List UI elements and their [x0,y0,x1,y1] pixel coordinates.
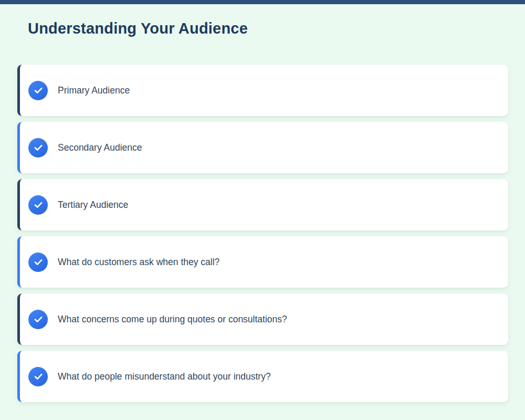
checklist-item[interactable]: Primary Audience [17,65,508,116]
check-icon[interactable] [28,367,48,386]
check-icon[interactable] [28,81,48,100]
checklist-item[interactable]: What do customers ask when they call? [17,236,508,288]
checklist-item-label: Tertiary Audience [58,200,128,211]
checklist-item[interactable]: What do people misunderstand about your … [17,351,508,402]
checklist-item-label: What do customers ask when they call? [58,257,219,268]
checklist: Primary Audience Secondary Audience Tert… [17,65,508,402]
check-icon[interactable] [28,253,48,272]
checklist-item[interactable]: Tertiary Audience [17,179,508,230]
page-title: Understanding Your Audience [28,20,525,37]
check-icon[interactable] [28,138,48,158]
check-icon[interactable] [28,310,48,329]
checklist-item-label: What concerns come up during quotes or c… [58,314,287,325]
checklist-item[interactable]: What concerns come up during quotes or c… [17,293,508,345]
page: Understanding Your Audience Primary Audi… [0,0,525,402]
top-accent-bar [0,0,525,4]
checklist-item-label: Primary Audience [58,85,130,96]
checklist-item-label: What do people misunderstand about your … [58,371,271,382]
checklist-item[interactable]: Secondary Audience [17,122,508,173]
checklist-item-label: Secondary Audience [58,142,142,153]
check-icon[interactable] [28,195,48,215]
